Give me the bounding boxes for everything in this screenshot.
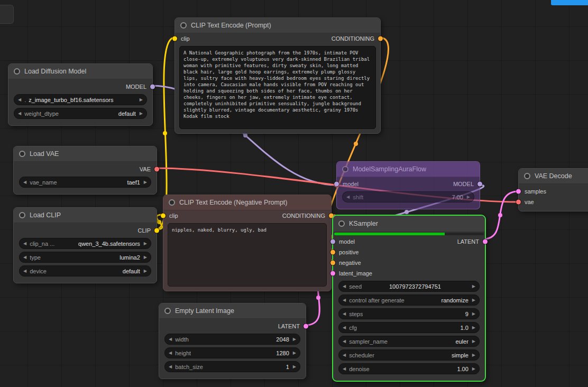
input-dot-vae[interactable] [516,200,521,205]
combo-left-icon[interactable]: ◀ [343,298,346,302]
output-dot-clip[interactable] [154,228,159,233]
combo-left-icon[interactable]: ◀ [18,112,21,116]
node-header[interactable]: ModelSamplingAuraFlow [337,162,480,177]
node-load-diffusion-model[interactable]: Load Diffusion Model MODEL ◀ . z_image_t… [8,63,153,126]
decrement-icon[interactable]: ◀ [169,365,172,369]
collapse-dot-icon[interactable] [14,68,20,75]
collapse-dot-icon[interactable] [19,151,25,157]
input-dot-model[interactable] [334,182,339,187]
collapse-dot-icon[interactable] [19,212,25,218]
decrement-icon[interactable]: ◀ [343,367,346,371]
widget-vae-name[interactable]: ◀ vae_name taef1 ▶ [19,177,151,188]
output-dot-conditioning[interactable] [378,36,383,41]
combo-right-icon[interactable]: ▶ [472,353,475,357]
node-header[interactable]: Empty Latent Image [159,303,306,319]
increment-icon[interactable]: ▶ [472,326,475,330]
wire-midpoint-dot[interactable] [157,220,161,224]
node-load-clip[interactable]: Load CLIP CLIP ◀ clip_na ... qwen_3_4b.s… [13,207,157,283]
combo-right-icon[interactable]: ▶ [140,112,143,116]
combo-right-icon[interactable]: ▶ [144,180,147,185]
output-dot-model[interactable] [477,182,482,187]
wire-midpoint-dot[interactable] [498,213,502,217]
widget-shift[interactable]: ◀ shift 7.00 ▶ [342,191,474,202]
widget-device[interactable]: ◀ device default ▶ [19,265,151,277]
node-ksampler[interactable]: KSampler model LATENT positive negative … [332,215,486,382]
widget-weight-dtype[interactable]: ◀ weight_dtype default ▶ [14,108,147,119]
widget-clip-name[interactable]: ◀ clip_na ... qwen_3_4b.safetensors ▶ [19,238,151,249]
increment-icon[interactable]: ▶ [293,337,296,342]
input-dot-clip[interactable] [161,214,166,218]
combo-right-icon[interactable]: ▶ [144,255,147,260]
widget-height[interactable]: ◀ height 1280 ▶ [164,347,300,358]
node-graph-canvas[interactable]: Load Diffusion Model MODEL ◀ . z_image_t… [0,0,588,387]
node-header[interactable]: Load Diffusion Model [8,64,152,79]
node-empty-latent-image[interactable]: Empty Latent Image LATENT ◀ width 2048 ▶… [159,303,306,379]
widget-control-after-generate[interactable]: ◀ control after generate randomize ▶ [338,294,480,306]
widget-denoise[interactable]: ◀ denoise 1.00 ▶ [338,363,480,374]
widget-unet-name[interactable]: ◀ . z_image_turbo_bf16.safetensors ▶ [14,94,147,105]
combo-left-icon[interactable]: ◀ [343,339,346,344]
widget-sampler-name[interactable]: ◀ sampler_name euler ▶ [338,336,480,347]
output-dot-vae[interactable] [154,167,159,172]
input-dot-negative[interactable] [330,261,335,265]
node-load-vae[interactable]: Load VAE VAE ◀ vae_name taef1 ▶ [13,146,157,195]
decrement-icon[interactable]: ◀ [343,326,346,330]
decrement-icon[interactable]: ◀ [343,284,346,289]
increment-icon[interactable]: ▶ [293,365,296,369]
wire-midpoint-dot[interactable] [243,133,247,137]
input-dot-latent-image[interactable] [330,271,335,276]
node-vae-decode[interactable]: VAE Decode samples vae [518,168,588,211]
node-header[interactable]: CLIP Text Encode (Prompt) [175,18,380,33]
increment-icon[interactable]: ▶ [472,284,475,289]
node-header[interactable]: Load CLIP [14,208,157,223]
wire-midpoint-dot[interactable] [405,210,409,214]
wire-midpoint-dot[interactable] [354,142,358,146]
combo-right-icon[interactable]: ▶ [472,298,475,302]
widget-scheduler[interactable]: ◀ scheduler simple ▶ [338,349,480,361]
combo-right-icon[interactable]: ▶ [144,269,147,273]
combo-left-icon[interactable]: ◀ [343,353,346,357]
widget-seed[interactable]: ◀ seed 1007972372794751 ▶ [338,281,480,292]
increment-icon[interactable]: ▶ [293,351,296,355]
output-dot-latent[interactable] [304,324,308,329]
node-clip-text-encode-positive[interactable]: CLIP Text Encode (Prompt) clip CONDITION… [174,17,381,134]
input-dot-clip[interactable] [172,36,177,41]
combo-left-icon[interactable]: ◀ [23,242,26,246]
node-header[interactable]: VAE Decode [519,169,588,184]
widget-width[interactable]: ◀ width 2048 ▶ [164,334,300,345]
prompt-textarea[interactable]: A National Geographic photograph from th… [179,46,376,129]
offscreen-node-fragment[interactable] [0,5,14,24]
node-header[interactable]: KSampler [333,216,485,232]
combo-right-icon[interactable]: ▶ [144,242,147,246]
decrement-icon[interactable]: ◀ [343,312,346,316]
decrement-icon[interactable]: ◀ [169,351,172,355]
combo-left-icon[interactable]: ◀ [23,180,26,185]
collapse-dot-icon[interactable] [169,199,175,206]
input-dot-positive[interactable] [330,250,335,255]
negative-prompt-textarea[interactable]: nipples, naked, blurry, ugly, bad [168,223,327,287]
combo-left-icon[interactable]: ◀ [346,195,350,199]
output-dot-latent[interactable] [483,239,488,244]
wire-midpoint-dot[interactable] [163,131,167,135]
increment-icon[interactable]: ▶ [472,367,475,371]
collapse-dot-icon[interactable] [338,220,345,227]
combo-left-icon[interactable]: ◀ [18,98,21,102]
increment-icon[interactable]: ▶ [472,312,475,316]
combo-right-icon[interactable]: ▶ [140,98,143,102]
combo-left-icon[interactable]: ◀ [23,269,26,273]
combo-right-icon[interactable]: ▶ [467,195,470,199]
widget-batch-size[interactable]: ◀ batch_size 1 ▶ [164,361,300,372]
top-right-blue-bar[interactable] [551,0,588,5]
wire-midpoint-dot[interactable] [316,296,320,300]
collapse-dot-icon[interactable] [164,308,171,314]
widget-cfg[interactable]: ◀ cfg 1.0 ▶ [338,322,480,333]
combo-right-icon[interactable]: ▶ [472,339,475,344]
node-model-sampling-auraflow[interactable]: ModelSamplingAuraFlow model MODEL ◀ shif… [336,161,480,209]
decrement-icon[interactable]: ◀ [169,337,172,342]
input-dot-model[interactable] [330,239,335,244]
collapse-dot-icon[interactable] [342,166,348,172]
input-dot-samples[interactable] [516,189,521,194]
widget-steps[interactable]: ◀ steps 9 ▶ [338,308,480,319]
widget-type[interactable]: ◀ type lumina2 ▶ [19,252,151,263]
node-header[interactable]: CLIP Text Encode (Negative Prompt) [163,195,331,210]
